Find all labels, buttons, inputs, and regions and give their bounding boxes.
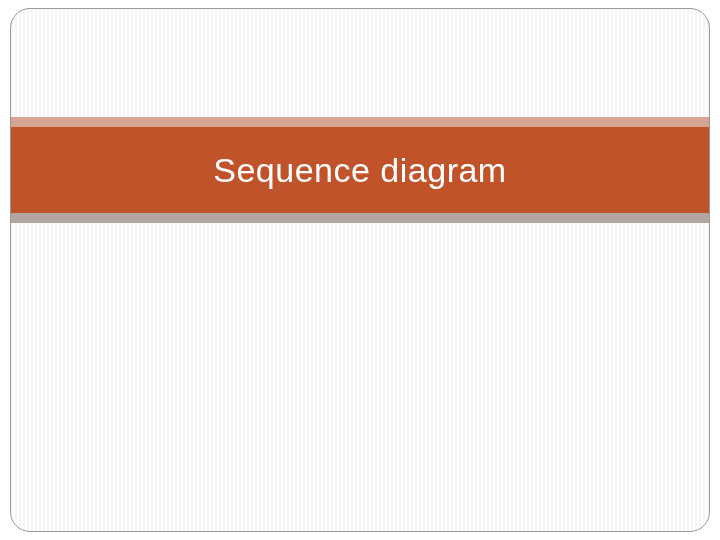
accent-bar-bottom — [11, 213, 709, 223]
title-band: Sequence diagram — [11, 127, 709, 213]
slide-title: Sequence diagram — [213, 151, 506, 190]
accent-bar-top — [11, 117, 709, 127]
slide-frame: Sequence diagram — [10, 8, 710, 532]
